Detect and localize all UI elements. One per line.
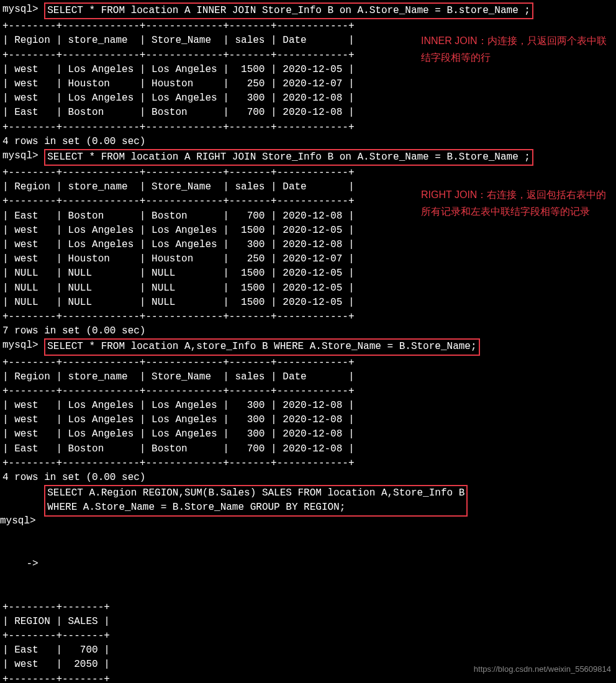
table-border: +--------+-------------+-------------+--… [0,310,616,324]
table-row: | west | Los Angeles | Los Angeles | 300… [0,413,616,427]
result-footer: 4 rows in set (0.00 sec) [0,471,616,485]
table-border: +--------+-------------+-------------+--… [0,384,616,399]
result-footer: 4 rows in set (0.00 sec) [0,135,616,149]
table-row: | East | Boston | Boston | 700 | 2020-12… [0,442,616,456]
result-footer: 7 rows in set (0.00 sec) [0,324,616,338]
table-row: | NULL | NULL | NULL | 1500 | 2020-12-05… [0,296,616,310]
mysql-prompt-line-3[interactable]: mysql> SELECT * FROM location A,store_In… [0,338,616,355]
mysql-prompt: mysql> [0,514,44,528]
table-border: +--------+-------+ [0,629,616,643]
mysql-prompt-line-1[interactable]: mysql> SELECT * FROM location A INNER JO… [0,2,616,19]
table-row: | East | Boston | Boston | 700 | 2020-12… [0,106,616,120]
sql-query-group-by: SELECT A.Region REGION,SUM(B.Sales) SALE… [44,485,468,516]
table-border: +--------+-------+ [0,600,616,615]
table-row: | west | Los Angeles | Los Angeles | 300… [0,399,616,413]
table-row: | NULL | NULL | NULL | 1500 | 2020-12-05… [0,266,616,281]
mysql-prompt: mysql> [2,149,44,163]
table-row: | west | Los Angeles | Los Angeles | 300… [0,91,616,106]
mysql-prompt: mysql> [2,338,44,353]
table-header: | REGION | SALES | [0,615,616,629]
table-border: +--------+-------------+-------------+--… [0,456,616,471]
result-table-3: +--------+-------------+-------------+--… [0,356,616,486]
sql-query-inner-join: SELECT * FROM location A INNER JOIN Stor… [44,2,533,19]
table-header: | Region | store_name | Store_Name | sal… [0,370,616,384]
table-border: +--------+-------------+-------------+--… [0,19,616,34]
table-border: +--------+-------------+-------------+--… [0,166,616,180]
sql-query-implicit-join: SELECT * FROM location A,store_Info B WH… [44,338,479,355]
table-row: | west | Houston | Houston | 250 | 2020-… [0,77,616,91]
table-border: +--------+-------------+-------------+--… [0,120,616,135]
table-row: | East | 700 | [0,643,616,658]
mysql-prompt: mysql> [2,2,44,17]
table-row: | west | Los Angeles | Los Angeles | 150… [0,224,616,238]
watermark: https://blog.csdn.net/weixin_55609814 [474,664,611,676]
table-row: | NULL | NULL | NULL | 1500 | 2020-12-05… [0,281,616,296]
mysql-prompt-line-4[interactable]: mysql> -> SELECT A.Region REGION,SUM(B.S… [0,485,616,600]
table-border: +--------+-------------+-------------+--… [0,356,616,370]
table-row: | west | Los Angeles | Los Angeles | 300… [0,427,616,441]
table-row: | west | Los Angeles | Los Angeles | 300… [0,238,616,252]
annotation-right-join: RIGHT JOIN：右连接，返回包括右表中的所有记录和左表中联结字段相等的记录 [421,186,614,220]
mysql-continuation-prompt: -> [0,557,44,571]
annotation-inner-join: INNER JOIN：内连接，只返回两个表中联结字段相等的行 [421,32,614,66]
mysql-prompt-line-2[interactable]: mysql> SELECT * FROM location A RIGHT JO… [0,149,616,166]
table-row: | west | Houston | Houston | 250 | 2020-… [0,252,616,266]
sql-query-right-join: SELECT * FROM location A RIGHT JOIN Stor… [44,149,533,166]
